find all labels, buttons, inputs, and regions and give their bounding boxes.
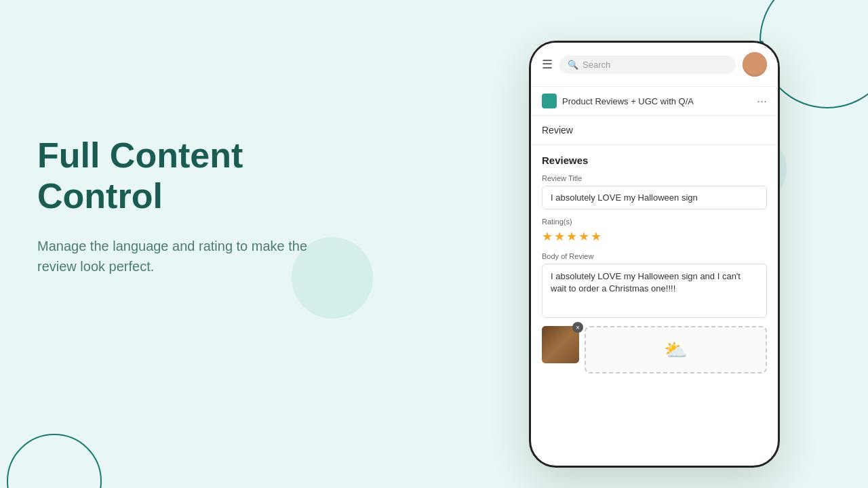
search-icon: 🔍 xyxy=(568,60,578,70)
phone-frame: ☰ 🔍 Search Product Reviews + UGC with Q/… xyxy=(529,41,780,468)
review-title-input[interactable]: I absolutely LOVE my Halloween sign xyxy=(542,186,767,209)
uploaded-image-thumb: × xyxy=(542,326,579,363)
avatar-face xyxy=(743,52,767,77)
tab-label: Review xyxy=(542,125,573,136)
body-textarea[interactable]: I absolutely LOVE my Halloween sign and … xyxy=(542,264,767,318)
avatar[interactable] xyxy=(743,52,767,77)
search-placeholder: Search xyxy=(583,60,610,70)
body-label: Body of Review xyxy=(542,252,767,260)
rating-label: Rating(s) xyxy=(542,218,767,226)
app-name: Product Reviews + UGC with Q/A xyxy=(562,96,757,106)
section-tab[interactable]: Review xyxy=(531,116,778,145)
main-heading: Full Content Control xyxy=(37,136,376,217)
phone-topbar: ☰ 🔍 Search xyxy=(531,43,778,87)
upload-area[interactable]: ⛅ xyxy=(585,326,767,373)
stars-row: ★ ★ ★ ★ ★ xyxy=(542,229,767,244)
decorative-circle-bottom-left xyxy=(7,434,102,488)
reviews-section: Reviewes Review Title I absolutely LOVE … xyxy=(531,145,778,326)
reviews-heading: Reviewes xyxy=(542,155,767,166)
remove-image-button[interactable]: × xyxy=(572,322,583,333)
dots-menu-icon[interactable]: ··· xyxy=(757,94,767,108)
thumb-inner xyxy=(542,326,579,363)
star-1: ★ xyxy=(542,229,553,244)
phone-mockup: ☰ 🔍 Search Product Reviews + UGC with Q/… xyxy=(529,41,780,468)
app-bar: Product Reviews + UGC with Q/A ··· xyxy=(531,87,778,116)
star-5: ★ xyxy=(591,229,601,244)
star-3: ★ xyxy=(566,229,577,244)
star-2: ★ xyxy=(554,229,565,244)
search-bar[interactable]: 🔍 Search xyxy=(559,56,736,74)
hamburger-icon[interactable]: ☰ xyxy=(542,58,553,70)
upload-icon: ⛅ xyxy=(664,339,688,361)
review-title-label: Review Title xyxy=(542,174,767,182)
sub-text: Manage the language and rating to make t… xyxy=(37,236,336,277)
app-icon xyxy=(542,94,557,108)
star-4: ★ xyxy=(578,229,589,244)
image-upload-row: × ⛅ xyxy=(531,326,778,382)
left-content-section: Full Content Control Manage the language… xyxy=(37,136,376,277)
